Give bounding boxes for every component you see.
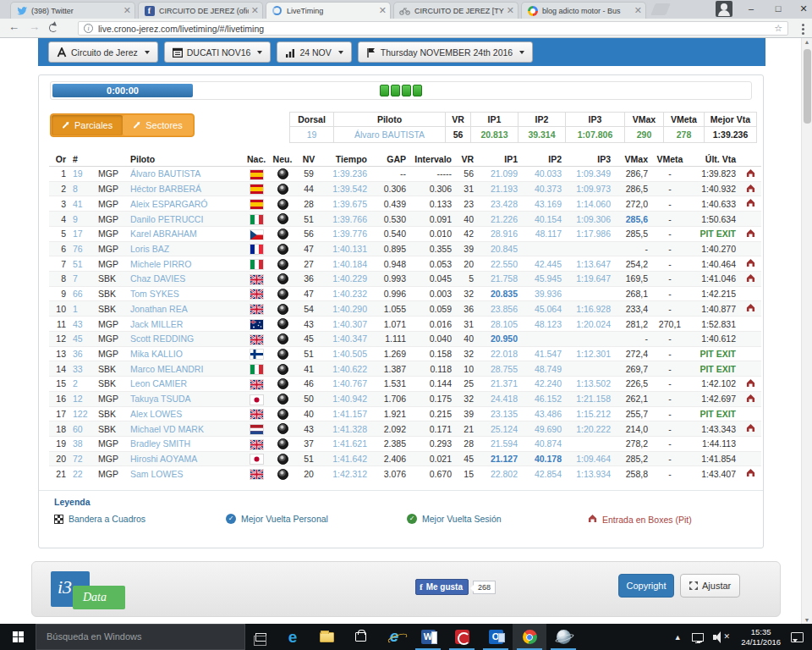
browser-tab[interactable]: (398) Twitter✕ bbox=[10, 2, 135, 19]
cell-pilot[interactable]: Takuya TSUDA bbox=[127, 391, 244, 406]
browser-tab[interactable]: CIRCUITO DE JEREZ [TYP✕ bbox=[393, 2, 518, 19]
cell-pilot[interactable]: Mika KALLIO bbox=[127, 346, 244, 361]
adjust-button[interactable]: Ajustar bbox=[680, 574, 740, 598]
cell-num[interactable]: 66 bbox=[69, 286, 95, 301]
summary-value-cell[interactable]: 19 bbox=[290, 127, 334, 143]
cell-pilot[interactable]: Leon CAMIER bbox=[127, 377, 244, 392]
sectores-button[interactable]: Sectores bbox=[123, 115, 192, 135]
tab-close-icon[interactable]: ✕ bbox=[123, 5, 131, 16]
cell-pilot[interactable]: Aleix ESPARGARÓ bbox=[127, 196, 244, 212]
cell-pilot[interactable]: Chaz DAVIES bbox=[127, 272, 244, 287]
forward-icon[interactable]: → bbox=[29, 20, 40, 33]
cell-pilot[interactable]: Sam LOWES bbox=[127, 466, 244, 481]
cell-num[interactable]: 72 bbox=[69, 451, 95, 466]
cell-num[interactable]: 7 bbox=[69, 272, 95, 287]
cell-num[interactable]: 9 bbox=[69, 212, 95, 227]
cell-pilot[interactable]: Tom SYKES bbox=[127, 286, 244, 301]
scroll-down-icon[interactable]: ▼ bbox=[802, 617, 812, 623]
taskbar-app-ie[interactable]: e bbox=[377, 624, 411, 650]
tab-close-icon[interactable]: ✕ bbox=[379, 5, 387, 16]
cell-num[interactable]: 12 bbox=[69, 391, 95, 406]
resize-icon bbox=[689, 581, 698, 590]
cell-num[interactable]: 122 bbox=[69, 406, 95, 421]
cell-num[interactable]: 2 bbox=[69, 377, 95, 392]
filter-dropdown-calendar[interactable]: DUCATI NOV16 bbox=[164, 41, 272, 63]
cell-num[interactable]: 19 bbox=[69, 167, 95, 182]
cell-pilot[interactable]: Michele PIRRO bbox=[127, 256, 244, 272]
cell-pilot[interactable]: Marco MELANDRI bbox=[127, 361, 244, 377]
facebook-like-button[interactable]: f Me gusta bbox=[415, 579, 469, 595]
volume-muted-icon[interactable]: ✕ bbox=[713, 631, 730, 643]
scroll-up-icon[interactable]: ▲ bbox=[802, 39, 812, 45]
cell-pilot[interactable]: Jonathan REA bbox=[127, 301, 244, 317]
tab-close-icon[interactable]: ✕ bbox=[634, 5, 642, 16]
cell-num[interactable]: 8 bbox=[69, 181, 95, 196]
reload-icon[interactable] bbox=[49, 24, 58, 32]
cell-pilot[interactable]: Bradley SMITH bbox=[127, 436, 244, 451]
filter-dropdown-flag[interactable]: Thursday NOVEMBER 24th 2016 bbox=[358, 41, 533, 63]
cell-pilot[interactable]: Alex LOWES bbox=[127, 406, 244, 421]
window-close-button[interactable]: ✕ bbox=[792, 0, 812, 18]
filter-dropdown-signal[interactable]: 24 NOV bbox=[277, 41, 351, 63]
taskbar-app-edge[interactable]: e bbox=[276, 624, 310, 650]
cell-pilot[interactable]: Héctor BARBERÁ bbox=[127, 181, 244, 196]
network-icon[interactable] bbox=[692, 633, 704, 642]
taskbar-app-word[interactable]: W bbox=[411, 624, 445, 650]
taskbar-app-planet[interactable] bbox=[546, 624, 580, 650]
back-icon[interactable]: ← bbox=[8, 20, 19, 33]
cell-pilot[interactable]: Karel ABRAHAM bbox=[127, 226, 244, 241]
taskbar-app-chrome[interactable] bbox=[513, 624, 546, 650]
window-maximize-button[interactable]: □ bbox=[766, 0, 790, 18]
taskbar-app-adobe[interactable] bbox=[445, 624, 479, 650]
cell-pilot[interactable]: Álvaro BAUTISTA bbox=[127, 167, 244, 182]
filter-dropdown-circuit[interactable]: Circuito de Jerez bbox=[48, 41, 158, 63]
cell-num[interactable]: 36 bbox=[69, 346, 95, 361]
cell-num[interactable]: 33 bbox=[69, 361, 95, 377]
cell-pilot[interactable]: Michael VD MARK bbox=[127, 421, 244, 437]
cell-num[interactable]: 43 bbox=[69, 317, 95, 332]
taskbar-app-store[interactable] bbox=[343, 624, 377, 650]
browser-tab[interactable]: fCIRCUITO DE JEREZ (ofic✕ bbox=[138, 2, 263, 19]
cell-num[interactable]: 41 bbox=[69, 196, 95, 212]
tab-close-icon[interactable]: ✕ bbox=[507, 5, 514, 16]
info-icon[interactable]: i bbox=[84, 24, 93, 33]
tire-icon bbox=[277, 273, 288, 284]
tray-expand-icon[interactable]: ▲ bbox=[668, 633, 687, 642]
taskbar-search-input[interactable]: Búsqueda en Windows bbox=[36, 624, 245, 650]
profile-icon[interactable] bbox=[716, 1, 732, 17]
cell-pilot[interactable]: Hiroshi AOYAMA bbox=[127, 451, 244, 466]
browser-tab[interactable]: LiveTiming✕ bbox=[266, 2, 391, 19]
cell-pilot[interactable]: Danilo PETRUCCI bbox=[127, 212, 244, 227]
window-minimize-button[interactable]: – bbox=[739, 0, 763, 18]
url-input[interactable]: i live.crono-jerez.com/livetiming/#/live… bbox=[78, 21, 788, 36]
browser-tab[interactable]: blog adicto motor - Bus✕ bbox=[521, 2, 646, 19]
page-scrollbar[interactable]: ▲ ▼ bbox=[801, 38, 812, 624]
taskbar-app-outlook[interactable]: O bbox=[479, 624, 513, 650]
cell-num[interactable]: 60 bbox=[69, 421, 95, 437]
cell-num[interactable]: 1 bbox=[69, 301, 95, 317]
cell-neu bbox=[269, 421, 296, 437]
cell-num[interactable]: 51 bbox=[69, 256, 95, 272]
cell-num[interactable]: 17 bbox=[69, 226, 95, 241]
cell-pilot[interactable]: Jack MILLER bbox=[127, 317, 244, 332]
taskbar-clock[interactable]: 15:35 24/11/2016 bbox=[741, 627, 781, 647]
bookmark-star-icon[interactable]: ☆ bbox=[774, 23, 782, 34]
taskbar-app-explorer[interactable] bbox=[310, 624, 343, 650]
summary-value-cell[interactable]: Álvaro BAUTISTA bbox=[334, 127, 446, 143]
cell-pilot[interactable]: Loris BAZ bbox=[127, 241, 244, 256]
cell-num[interactable]: 76 bbox=[69, 241, 95, 256]
parciales-button[interactable]: Parciales bbox=[52, 115, 123, 135]
scrollbar-thumb[interactable] bbox=[804, 49, 811, 124]
copyright-button[interactable]: Copyright bbox=[618, 574, 674, 598]
cell-num[interactable]: 22 bbox=[69, 466, 95, 481]
cell-pilot[interactable]: Scott REDDING bbox=[127, 331, 244, 346]
cell-num[interactable]: 38 bbox=[69, 436, 95, 451]
browser-menu-icon[interactable] bbox=[802, 24, 804, 26]
action-center-icon[interactable] bbox=[791, 632, 804, 642]
tab-close-icon[interactable]: ✕ bbox=[251, 5, 259, 16]
start-button[interactable] bbox=[0, 624, 36, 650]
new-tab-button[interactable] bbox=[650, 3, 671, 15]
task-view-button[interactable] bbox=[245, 624, 276, 650]
cell-num[interactable]: 45 bbox=[69, 331, 95, 346]
cell-neu bbox=[269, 391, 296, 406]
